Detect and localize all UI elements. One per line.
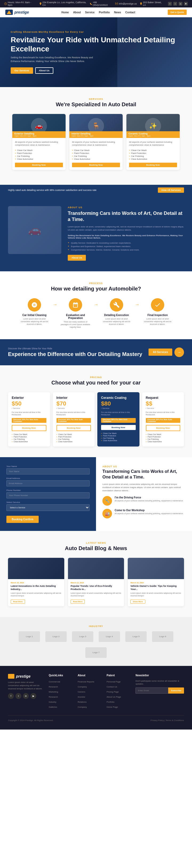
pricing-feature: Car Polishing [57,438,91,440]
exterior-label: Exterior Detailing Open: Mon-Fri: 8am - … [12,131,65,138]
pricing-feature: Car Polishing [101,437,136,439]
pricing-card-request: Request $$ / Service For one-time servic… [142,392,184,446]
discount-badge-4: Discount 30% For New Auto Customer [146,418,181,423]
phone-input[interactable] [6,492,90,498]
facebook-icon[interactable]: f [168,2,172,6]
service-card-coating: ✨ Ceramic Coating Open: Mon-Fri: 8am - 5… [127,114,180,169]
form-phone-field: Phone Number [6,489,90,498]
footer-newsletter-title: Newsletter [135,674,184,677]
nav-portfolio[interactable]: Portfolio [99,11,110,14]
footer-link[interactable]: Financial Reports [78,681,94,683]
pricing-button-3[interactable]: Booking Now [101,425,136,430]
footer-link[interactable]: Pricing Page [107,691,119,693]
pricing-type-4: Request [146,396,181,400]
footer-link[interactable]: Relations [78,701,86,703]
cta-button[interactable]: All Services [148,348,172,356]
form-email-field: Email Address [6,477,90,487]
feature-item: Clear Automotive [15,158,63,160]
newsletter-subscribe-button[interactable]: Subscribe [168,687,184,693]
feature-1-title: I'm the Driving Force [115,496,183,499]
pricing-service-2: / Service [57,407,91,409]
footer-logo: prestige [8,674,44,679]
footer-link[interactable]: Company [78,706,87,708]
industry-logo-6: Logo 6 [152,631,173,642]
view-all-button[interactable]: View All Services [158,187,184,193]
step-1: Car Initial Cleaning Lorem ipsum dolor s… [19,298,50,326]
footer-link[interactable]: Company [78,686,87,688]
about-highlight: Setting the Benchmark for Auto Detailing… [68,234,184,239]
hero-services-button[interactable]: Our Services [11,67,33,74]
pricing-button-1[interactable]: Booking Now [12,425,47,431]
newsletter-email-input[interactable] [135,687,168,693]
pricing-section: Pricing Choose what you need for your ca… [0,365,192,457]
footer-logo-icon [8,674,15,679]
footer-link[interactable]: Contact Us [107,686,117,688]
interior-book-button[interactable]: Booking Now [72,163,120,167]
youtube-icon[interactable]: ▶ [184,2,188,6]
hero-title: Revitalize Your Ride with Unmatched Deta… [11,35,184,53]
about-button[interactable]: About Us [68,255,86,261]
coating-book-button[interactable]: Booking Now [129,163,177,167]
hero-buttons: Our Services About Us [11,67,184,74]
footer-link[interactable]: Investor [78,696,85,698]
nav-home[interactable]: Home [61,11,69,14]
footer-link-item: Investor [78,695,101,699]
step-4-desc: Lorem ipsum dolor sit amet consectetur a… [142,318,173,326]
how-label: Process [8,282,184,285]
interior-features: Clean Car Wash Paint Protection Car Poli… [72,149,120,160]
email-input[interactable] [6,480,90,487]
how-section: Process How we detailing your Automobile… [0,271,192,339]
cta-actions: All Services → [148,347,184,357]
footer-link[interactable]: Portfolio [107,701,114,703]
footer-link-item: Galleries [49,705,73,709]
blog-show-more-3[interactable]: Show More [130,599,145,603]
interior-label: Interior Detailing Open: Mon-Fri: 8am - … [69,131,123,138]
get-quote-button[interactable]: Get a Quote [168,9,187,15]
pricing-feature: Paint Protection [101,435,136,437]
footer-instagram-icon[interactable]: in [23,693,29,699]
nav-contact[interactable]: Contact [125,11,135,14]
service-select[interactable]: Select a Service Exterior Detailing Inte… [6,504,90,511]
nav-about[interactable]: About [73,11,81,14]
footer-facebook-icon[interactable]: f [8,693,14,699]
twitter-icon[interactable]: t [173,2,177,6]
blog-read-more-1[interactable]: Read More [11,599,25,603]
name-input[interactable] [6,468,90,474]
footer-link[interactable]: Personal Page [107,681,120,683]
footer-link[interactable]: Home Page [107,706,118,708]
footer-youtube-icon[interactable]: ▶ [30,693,36,699]
pricing-card-exterior: Exterior $50 / Service For one-time serv… [8,392,50,446]
feature-2-text: Come to Our Workshop All aspects of your… [115,509,183,515]
pricing-features-3: Clean Car Wash Paint Protection Car Poli… [101,432,136,442]
hero-about-button[interactable]: About Us [35,67,53,74]
feature-item: Car Polishing [72,155,120,158]
footer-link[interactable]: Research [49,686,58,688]
nav-service[interactable]: Service [85,11,95,14]
instagram-icon[interactable]: in [179,2,183,6]
blog-date-3: March 10, 2024 [130,582,181,584]
footer-link[interactable]: Careers [78,691,85,693]
footer-link[interactable]: Research [49,696,58,698]
interior-image: 🪑 Interior Detailing Open: Mon-Fri: 8am … [69,114,123,138]
coating-label: Ceramic Coating Open: Mon-Fri: 8am - 5pm [127,131,180,138]
pricing-button-4[interactable]: Booking Now [146,425,181,431]
footer-link[interactable]: Marketing [49,691,58,693]
about-points: Quality Service: Dedicated to exceeding … [68,241,184,252]
pricing-cards: Exterior $50 / Service For one-time serv… [8,392,184,446]
footer-link[interactable]: Commercial [49,681,60,683]
pricing-feature: Clean Car Wash [146,433,181,436]
submit-button[interactable]: Booking Confirm [6,516,39,523]
nav-news[interactable]: News [114,11,121,14]
blog-read-more-2[interactable]: Read More [71,599,85,603]
footer-twitter-icon[interactable]: t [16,693,21,699]
footer-link[interactable]: About Us Page [107,696,121,698]
footer-link[interactable]: Galleries [49,706,57,708]
hero-content: Crafting Showroom-Worthy Excellence for … [11,31,184,74]
footer-link[interactable]: Industry [49,701,56,703]
cta-arrow-button[interactable]: → [174,347,184,357]
industry-logo-7: Logo 7 [85,647,107,658]
about-right-label: About Us [102,465,186,468]
blog-title-3: Vehicle Owner's Guide: Tips for Keeping … [130,585,181,591]
pricing-button-2[interactable]: Booking Now [57,425,91,431]
exterior-book-button[interactable]: Booking Now [15,163,63,167]
